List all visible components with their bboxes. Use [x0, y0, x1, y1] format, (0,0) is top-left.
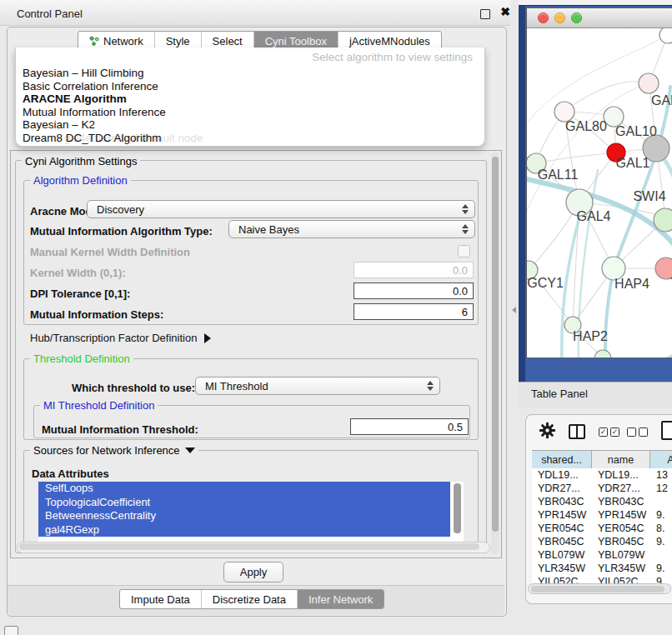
checked-box-icon: ✓ [610, 428, 619, 437]
network-node-label: GAL10 [615, 124, 657, 138]
document-icon[interactable] [661, 421, 672, 440]
window-controls [538, 12, 582, 23]
expand-arrow-icon[interactable] [204, 333, 211, 343]
table-row[interactable]: YPR145WYPR145W9. [532, 508, 672, 522]
settings-horizontal-scrollbar[interactable] [17, 542, 490, 553]
minimized-panel-icon[interactable] [4, 626, 18, 635]
algorithm-option-basic-correlation-inference[interactable]: Basic Correlation Inference [23, 80, 478, 93]
unchecked-box-icon [639, 428, 648, 437]
network-node[interactable] [594, 350, 611, 358]
close-window-icon[interactable] [538, 12, 549, 23]
which-threshold-value: MI Threshold [205, 380, 268, 392]
dpi-tolerance-label: DPI Tolerance [0,1]: [30, 288, 130, 300]
tab-discretize-data[interactable]: Discretize Data [201, 590, 297, 608]
hub-section-row[interactable]: Hub/Transcription Factor Definition [30, 332, 211, 344]
table-row[interactable]: YBR043CYBR043C [532, 495, 672, 508]
network-node-label: GAL11 [538, 168, 579, 182]
table-row[interactable]: YBR045CYBR045C9. [532, 535, 672, 548]
network-view-window: GALGAL80GAL10GAL1GAL11GAL4SWI4GCY1HAP4YH… [526, 8, 672, 358]
algorithm-option-aracne-algorithm[interactable]: ARACNE Algorithm [23, 92, 478, 106]
gear-icon[interactable] [539, 422, 556, 442]
table-row[interactable]: YDR27...YDR27...12 [532, 482, 672, 495]
column-header-a[interactable]: A [650, 451, 672, 469]
column-header-shared[interactable]: shared... [532, 451, 592, 469]
which-threshold-select[interactable]: MI Threshold [195, 377, 440, 395]
data-attribute-selfloops[interactable]: SelfLoops [38, 482, 450, 496]
mi-threshold-field[interactable] [350, 418, 469, 435]
split-columns-icon[interactable] [569, 424, 585, 439]
algorithm-definition-legend: Algorithm Definition [30, 174, 131, 187]
table-row[interactable]: YLR345WYLR345W9. [532, 562, 672, 575]
network-node-label: GAL1 [616, 156, 650, 170]
data-attribute-betweennesscentrality[interactable]: BetweennessCentrality [38, 509, 450, 523]
data-attribute-topologicalcoefficient[interactable]: TopologicalCoefficient [38, 496, 450, 510]
select-all-columns-icon[interactable]: ✓ ✓ [599, 428, 619, 437]
zoom-window-icon[interactable] [571, 12, 582, 23]
deselect-all-columns-icon[interactable] [627, 428, 648, 437]
table-cell: YBR043C [532, 496, 592, 508]
algorithm-option-dream8-dc-tdc-algorithm[interactable]: Dream8 DC_TDC Algorithm [23, 132, 478, 145]
table-row[interactable]: YBL079WYBL079W [532, 548, 672, 562]
mi-type-select[interactable]: Naive Bayes [228, 220, 475, 238]
dpi-tolerance-field[interactable] [354, 282, 474, 299]
table-cell: YLR345W [592, 562, 650, 574]
table-cell: YBL079W [592, 549, 650, 561]
manual-kernel-checkbox[interactable] [458, 245, 470, 258]
table-cell: YDL19... [592, 469, 650, 481]
data-attributes-list[interactable]: SelfLoopsTopologicalCoefficientBetweenne… [38, 482, 464, 543]
table-horizontal-scrollbar[interactable] [528, 583, 671, 594]
dropdown-placeholder: Select algorithm to view settings [312, 51, 473, 63]
table-cell: YBR045C [532, 536, 592, 548]
list-scrollbar-thumb[interactable] [454, 483, 461, 533]
table-row[interactable]: YER054CYER054C8. [532, 522, 672, 535]
network-canvas[interactable]: GALGAL80GAL10GAL1GAL11GAL4SWI4GCY1HAP4YH… [527, 28, 672, 358]
aracne-mode-select[interactable]: Discovery [87, 200, 475, 218]
desktop-shadow [519, 0, 525, 382]
table-cell: 12 [650, 482, 672, 494]
table-horizontal-scrollbar-thumb[interactable] [531, 586, 664, 592]
stepper-icon [427, 381, 434, 391]
network-window-titlebar[interactable] [527, 8, 672, 28]
settings-horizontal-scrollbar-thumb[interactable] [19, 543, 479, 550]
mi-steps-field[interactable] [354, 303, 474, 320]
table-panel-title: Table Panel [531, 388, 588, 400]
table-cell: 8. [650, 522, 672, 534]
mi-threshold-definition-legend: MI Threshold Definition [40, 399, 158, 412]
mi-type-value: Naive Bayes [238, 223, 299, 236]
hub-section-label: Hub/Transcription Factor Definition [30, 332, 197, 344]
minimize-window-icon[interactable] [554, 12, 565, 23]
tab-impute-data[interactable]: Impute Data [120, 590, 201, 608]
aracne-mode-value: Discovery [97, 203, 144, 216]
sources-legend[interactable]: Sources for Network Inference [30, 444, 198, 457]
network-node-label: GAL4 [577, 209, 611, 223]
table-row[interactable]: YDL19...YDL19...13 [532, 468, 672, 482]
tab-infer-network[interactable]: Infer Network [297, 590, 384, 608]
table-cell: YLR345W [532, 562, 592, 574]
float-window-icon[interactable] [480, 9, 490, 19]
bottom-tab-bar: Impute DataDiscretize DataInfer Network [119, 589, 384, 609]
table-cell: YDR27... [532, 482, 592, 494]
network-node[interactable] [659, 28, 672, 43]
table-cell: YDR27... [592, 482, 650, 494]
network-node-swi4[interactable] [654, 208, 672, 232]
column-header-name[interactable]: name [592, 451, 650, 469]
sources-legend-label: Sources for Network Inference [33, 444, 180, 457]
close-icon[interactable]: ✖ [500, 5, 510, 18]
network-node-gal[interactable] [639, 73, 659, 93]
network-node-y[interactable] [655, 258, 672, 279]
algorithm-option-bayesian-hill-climbing[interactable]: Bayesian – Hill Climbing [23, 67, 478, 80]
splitter-collapse-icon[interactable] [512, 307, 516, 313]
panel-splitter[interactable] [510, 0, 519, 635]
table-cell: YER054C [592, 522, 650, 534]
collapse-arrow-icon[interactable] [185, 448, 195, 453]
algorithm-option-mutual-information-inference[interactable]: Mutual Information Inference [23, 106, 478, 119]
settings-vertical-scrollbar-thumb[interactable] [492, 157, 499, 532]
tab-label: Discretize Data [213, 593, 286, 606]
algorithm-option-bayesian-k2[interactable]: Bayesian – K2 [23, 118, 478, 132]
data-attribute-gal4rgexp[interactable]: gal4RGexp [38, 523, 450, 538]
apply-button[interactable]: Apply [223, 562, 283, 582]
manual-kernel-label: Manual Kernel Width Definition [30, 246, 190, 258]
tab-label: Network [103, 35, 143, 48]
table-cell: YBR045C [592, 536, 650, 548]
kernel-width-field[interactable] [354, 262, 474, 278]
